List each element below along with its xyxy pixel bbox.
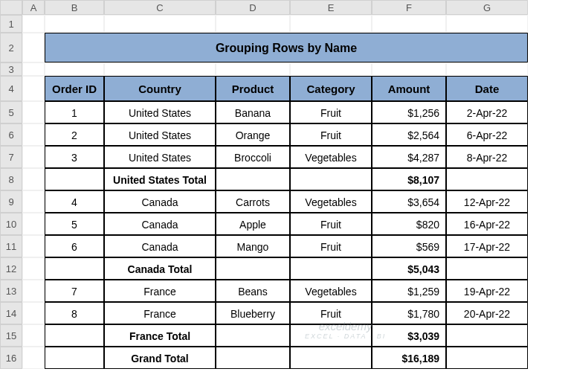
cell-amount[interactable]: $4,287 bbox=[372, 146, 446, 168]
cell[interactable] bbox=[22, 190, 45, 213]
row-header-16[interactable]: 16 bbox=[0, 347, 22, 369]
row-header-1[interactable]: 1 bbox=[0, 15, 22, 33]
cell-product[interactable] bbox=[216, 347, 290, 369]
cell[interactable] bbox=[372, 62, 446, 76]
column-header-D[interactable]: D bbox=[216, 0, 290, 15]
cell-country[interactable]: France Total bbox=[104, 324, 216, 347]
cell-amount[interactable]: $16,189 bbox=[372, 347, 446, 369]
cell-category[interactable] bbox=[290, 347, 372, 369]
cell-amount[interactable]: $1,256 bbox=[372, 101, 446, 123]
column-header-C[interactable]: C bbox=[104, 0, 216, 15]
row-header-2[interactable]: 2 bbox=[0, 33, 22, 62]
cell-category[interactable]: Vegetables bbox=[290, 146, 372, 168]
column-header-G[interactable]: G bbox=[446, 0, 528, 15]
table-header-c[interactable]: Country bbox=[104, 76, 216, 101]
cell-product[interactable] bbox=[216, 257, 290, 280]
cell-product[interactable]: Beans bbox=[216, 280, 290, 302]
cell-country[interactable]: Canada Total bbox=[104, 257, 216, 280]
table-header-g[interactable]: Date bbox=[446, 76, 528, 101]
cell-date[interactable] bbox=[446, 347, 528, 369]
cell-category[interactable] bbox=[290, 257, 372, 280]
cell-order-id[interactable]: 4 bbox=[45, 190, 104, 213]
row-header-6[interactable]: 6 bbox=[0, 123, 22, 146]
cell[interactable] bbox=[372, 15, 446, 33]
cell[interactable] bbox=[22, 123, 45, 146]
cell-category[interactable]: Fruit bbox=[290, 101, 372, 123]
cell-amount[interactable]: $8,107 bbox=[372, 168, 446, 190]
cell[interactable] bbox=[216, 15, 290, 33]
cell-date[interactable] bbox=[446, 257, 528, 280]
cell[interactable] bbox=[104, 62, 216, 76]
row-header-3[interactable]: 3 bbox=[0, 62, 22, 76]
cell-amount[interactable]: $3,654 bbox=[372, 190, 446, 213]
cell[interactable] bbox=[22, 15, 45, 33]
cell-order-id[interactable] bbox=[45, 347, 104, 369]
cell[interactable] bbox=[22, 347, 45, 369]
row-header-7[interactable]: 7 bbox=[0, 146, 22, 168]
cell-date[interactable]: 20-Apr-22 bbox=[446, 302, 528, 324]
cell-order-id[interactable] bbox=[45, 257, 104, 280]
cell-order-id[interactable]: 1 bbox=[45, 101, 104, 123]
cell-country[interactable]: United States Total bbox=[104, 168, 216, 190]
cell-order-id[interactable]: 2 bbox=[45, 123, 104, 146]
cell-country[interactable]: Canada bbox=[104, 235, 216, 257]
cell[interactable] bbox=[22, 280, 45, 302]
row-header-8[interactable]: 8 bbox=[0, 168, 22, 190]
cell-product[interactable]: Apple bbox=[216, 213, 290, 235]
cell-date[interactable] bbox=[446, 324, 528, 347]
row-header-5[interactable]: 5 bbox=[0, 101, 22, 123]
cell-product[interactable]: Blueberry bbox=[216, 302, 290, 324]
cell-date[interactable]: 12-Apr-22 bbox=[446, 190, 528, 213]
cell-category[interactable] bbox=[290, 168, 372, 190]
cell[interactable] bbox=[22, 33, 45, 62]
cell-date[interactable]: 19-Apr-22 bbox=[446, 280, 528, 302]
cell-order-id[interactable]: 8 bbox=[45, 302, 104, 324]
cell[interactable] bbox=[22, 62, 45, 76]
cell-country[interactable]: France bbox=[104, 280, 216, 302]
cell-order-id[interactable]: 3 bbox=[45, 146, 104, 168]
cell-product[interactable] bbox=[216, 168, 290, 190]
row-header-11[interactable]: 11 bbox=[0, 235, 22, 257]
cell[interactable] bbox=[290, 15, 372, 33]
cell-country[interactable]: Grand Total bbox=[104, 347, 216, 369]
cell[interactable] bbox=[22, 101, 45, 123]
cell[interactable] bbox=[45, 62, 104, 76]
column-header-E[interactable]: E bbox=[290, 0, 372, 15]
row-header-4[interactable]: 4 bbox=[0, 76, 22, 101]
cell-country[interactable]: Canada bbox=[104, 190, 216, 213]
cell-amount[interactable]: $569 bbox=[372, 235, 446, 257]
cell-date[interactable] bbox=[446, 168, 528, 190]
cell-order-id[interactable] bbox=[45, 324, 104, 347]
cell[interactable] bbox=[22, 324, 45, 347]
cell-country[interactable]: Canada bbox=[104, 213, 216, 235]
row-header-9[interactable]: 9 bbox=[0, 190, 22, 213]
cell-order-id[interactable]: 5 bbox=[45, 213, 104, 235]
cell-product[interactable]: Mango bbox=[216, 235, 290, 257]
cell-category[interactable]: Fruit bbox=[290, 213, 372, 235]
cell[interactable] bbox=[22, 76, 45, 101]
cell-order-id[interactable]: 7 bbox=[45, 280, 104, 302]
cell-country[interactable]: France bbox=[104, 302, 216, 324]
table-header-d[interactable]: Product bbox=[216, 76, 290, 101]
cell-order-id[interactable]: 6 bbox=[45, 235, 104, 257]
cell[interactable] bbox=[22, 146, 45, 168]
cell[interactable] bbox=[22, 302, 45, 324]
row-header-15[interactable]: 15 bbox=[0, 324, 22, 347]
cell[interactable] bbox=[22, 257, 45, 280]
cell-date[interactable]: 6-Apr-22 bbox=[446, 123, 528, 146]
cell[interactable] bbox=[290, 62, 372, 76]
cell-amount[interactable]: $820 bbox=[372, 213, 446, 235]
row-header-14[interactable]: 14 bbox=[0, 302, 22, 324]
cell-country[interactable]: United States bbox=[104, 146, 216, 168]
cell[interactable] bbox=[45, 15, 104, 33]
cell-country[interactable]: United States bbox=[104, 123, 216, 146]
cell-date[interactable]: 2-Apr-22 bbox=[446, 101, 528, 123]
cell-date[interactable]: 16-Apr-22 bbox=[446, 213, 528, 235]
row-header-10[interactable]: 10 bbox=[0, 213, 22, 235]
cell-category[interactable]: Vegetables bbox=[290, 280, 372, 302]
cell-order-id[interactable] bbox=[45, 168, 104, 190]
cell-date[interactable]: 8-Apr-22 bbox=[446, 146, 528, 168]
cell-category[interactable]: Vegetables bbox=[290, 190, 372, 213]
cell-amount[interactable]: $5,043 bbox=[372, 257, 446, 280]
cell[interactable] bbox=[104, 15, 216, 33]
